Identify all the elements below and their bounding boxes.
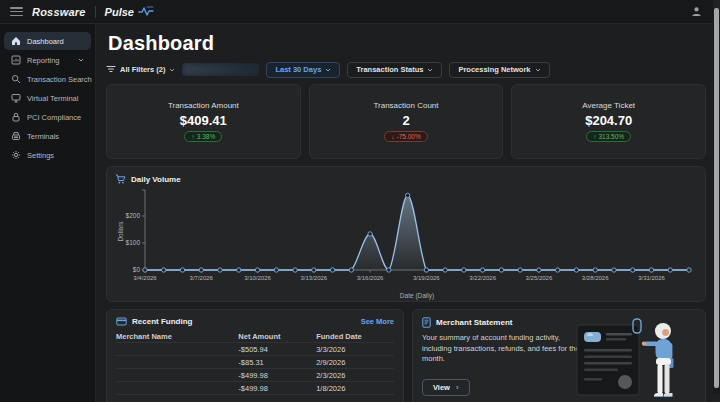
see-more-link[interactable]: See More (361, 317, 394, 326)
view-button-label: View (433, 383, 450, 392)
svg-text:Date (Daily): Date (Daily) (400, 292, 434, 300)
stat-cards: Transaction Amount $409.41 ↑3.38% Transa… (106, 84, 706, 159)
stat-card: Transaction Count 2 ↓-75.00% (309, 84, 504, 159)
trend-badge: ↑3.38% (184, 131, 222, 142)
chevron-down-icon (325, 68, 331, 72)
chevron-down-icon (535, 68, 541, 72)
document-icon (422, 317, 431, 328)
stat-card: Transaction Amount $409.41 ↑3.38% (106, 84, 301, 159)
gear-icon (11, 150, 21, 160)
sidebar-item-label: Terminals (27, 132, 59, 141)
funding-table: Merchant Name Net Amount Funded Date -$5… (116, 331, 394, 395)
top-bar: Rossware Pulse (0, 0, 720, 24)
svg-text:3/4/2026: 3/4/2026 (133, 275, 157, 281)
trend-value: 313.50% (598, 133, 624, 140)
search-icon (11, 74, 21, 84)
svg-text:3/22/2026: 3/22/2026 (469, 275, 496, 281)
col-funded-date: Funded Date (316, 332, 394, 341)
sidebar-item-label: Settings (27, 151, 54, 160)
home-icon (11, 36, 21, 46)
svg-text:3/10/2026: 3/10/2026 (244, 275, 271, 281)
transaction-status-label: Transaction Status (356, 65, 423, 74)
scroll-up-arrow[interactable] (713, 0, 720, 8)
sidebar-item-label: Transaction Search (27, 75, 92, 84)
menu-icon[interactable] (10, 7, 23, 16)
stat-label: Transaction Amount (168, 101, 239, 110)
monitor-icon (11, 93, 21, 103)
recent-funding-card: Recent Funding See More Merchant Name Ne… (106, 309, 404, 402)
statement-illustration (551, 318, 689, 402)
daily-volume-panel: Daily Volume $0$100$200Dollars3/4/20263/… (106, 166, 706, 302)
stat-value: $409.41 (180, 113, 227, 128)
sidebar-item-settings[interactable]: Settings (4, 146, 91, 164)
vertical-scrollbar[interactable] (713, 0, 720, 402)
credit-card-icon (116, 317, 127, 326)
scroll-down-arrow[interactable] (713, 394, 720, 402)
net-amount: -$499.98 (238, 371, 316, 380)
chevron-down-icon (78, 58, 84, 62)
all-filters-button[interactable]: All Filters (2) (106, 65, 175, 75)
col-net-amount: Net Amount (238, 332, 316, 341)
view-button[interactable]: View › (422, 379, 470, 396)
product-name: Pulse (105, 6, 134, 18)
stat-label: Average Ticket (582, 101, 635, 110)
sidebar-item-label: Virtual Terminal (27, 94, 78, 103)
panel-title: Daily Volume (131, 175, 181, 184)
trend-arrow-icon: ↓ (391, 133, 394, 140)
svg-text:3/7/2026: 3/7/2026 (190, 275, 214, 281)
report-icon (11, 55, 21, 65)
svg-text:3/31/2026: 3/31/2026 (638, 275, 665, 281)
trend-value: 3.38% (197, 133, 215, 140)
funded-date: 2/3/2026 (316, 371, 394, 380)
sidebar: Dashboard Reporting Transaction Search V… (0, 24, 96, 402)
main-content: Dashboard All Filters (2) Last 30 Days T… (96, 24, 720, 402)
funded-date: 1/8/2026 (316, 384, 394, 393)
svg-text:3/16/2026: 3/16/2026 (357, 275, 384, 281)
funded-date: 3/3/2026 (316, 345, 394, 354)
net-amount: -$85.31 (238, 358, 316, 367)
date-range-dropdown[interactable]: Last 30 Days (266, 62, 340, 78)
funded-date: 2/9/2026 (316, 358, 394, 367)
search-input[interactable] (182, 63, 259, 76)
user-icon[interactable] (691, 6, 702, 17)
sidebar-item-pci-compliance[interactable]: PCI Compliance (4, 108, 91, 126)
statement-title: Merchant Statement (436, 318, 512, 327)
svg-text:$200: $200 (126, 212, 141, 219)
sidebar-item-virtual-terminal[interactable]: Virtual Terminal (4, 89, 91, 107)
table-row: -$505.94 3/3/2026 (116, 343, 394, 356)
sidebar-item-terminals[interactable]: Terminals (4, 127, 91, 145)
topbar-divider (95, 6, 96, 18)
svg-text:3/25/2026: 3/25/2026 (526, 275, 553, 281)
all-filters-label: All Filters (2) (120, 65, 165, 74)
sidebar-item-reporting[interactable]: Reporting (4, 51, 91, 69)
chevron-down-icon (169, 65, 175, 74)
sidebar-item-transaction-search[interactable]: Transaction Search (4, 70, 91, 88)
sidebar-item-dashboard[interactable]: Dashboard (4, 32, 91, 50)
product-logo: Pulse (105, 6, 154, 18)
processing-network-label: Processing Network (458, 65, 530, 74)
trend-badge: ↓-75.00% (384, 131, 427, 142)
page-title: Dashboard (108, 32, 706, 55)
stat-value: $204.70 (585, 113, 632, 128)
stat-label: Transaction Count (373, 101, 438, 110)
filter-bar: All Filters (2) Last 30 Days Transaction… (106, 62, 706, 77)
svg-text:Dollars: Dollars (117, 221, 124, 242)
funding-header-row: Merchant Name Net Amount Funded Date (116, 331, 394, 343)
svg-text:3/13/2026: 3/13/2026 (300, 275, 327, 281)
scrollbar-thumb[interactable] (714, 8, 719, 388)
sidebar-item-label: Dashboard (27, 37, 64, 46)
sidebar-item-label: Reporting (27, 56, 60, 65)
svg-text:$100: $100 (126, 239, 141, 246)
trend-arrow-icon: ↑ (593, 133, 596, 140)
svg-text:$0: $0 (133, 266, 141, 273)
terminal-icon (11, 131, 21, 141)
svg-text:3/19/2026: 3/19/2026 (413, 275, 440, 281)
brand-logo: Rossware (32, 6, 86, 18)
col-merchant-name: Merchant Name (116, 332, 238, 341)
merchant-statement-card: Merchant Statement Your summary of accou… (412, 309, 706, 402)
sidebar-item-label: PCI Compliance (27, 113, 81, 122)
transaction-status-dropdown[interactable]: Transaction Status (347, 62, 442, 78)
table-row: -$499.98 2/3/2026 (116, 369, 394, 382)
stat-card: Average Ticket $204.70 ↑313.50% (511, 84, 706, 159)
processing-network-dropdown[interactable]: Processing Network (449, 62, 549, 78)
